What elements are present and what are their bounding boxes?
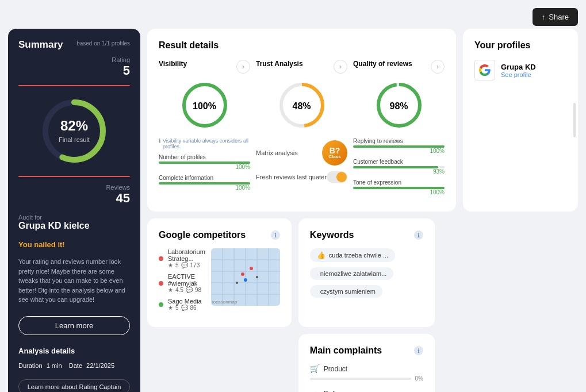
quality-percent: 98%	[389, 101, 408, 111]
competitors-card: Google competitors ℹ Laboratorium Strate…	[147, 218, 292, 327]
quality-donut: 98%	[373, 79, 425, 133]
share-button[interactable]: ↑ Share	[533, 8, 578, 26]
competitors-info-icon[interactable]: ℹ	[271, 230, 280, 240]
svg-point-19	[250, 267, 253, 270]
based-on-text: based on 1/1 profiles	[76, 40, 130, 47]
profiles-title: Your profiles	[474, 40, 566, 51]
complaint-pct: 0%	[415, 375, 423, 382]
bottom-row: Main complaints ℹ 🛒 Product 0% 🚗 Deliver…	[147, 218, 578, 392]
learn-more-button[interactable]: Learn more	[18, 316, 130, 335]
final-result-circle: 82% Final result	[18, 97, 130, 166]
star-icon: ★	[168, 305, 173, 311]
competitor-rating: 5	[175, 262, 179, 268]
keyword-tag[interactable]: 👍cuda trzeba chwile ...	[310, 248, 395, 262]
complete-info-pct: 100%	[159, 185, 250, 191]
competitor-name: EACTIVE #wiemyjak	[168, 273, 205, 287]
analysis-meta: Duration 1 min Date 22/1/2025	[18, 362, 130, 369]
keyword-text: niemożliwe załatwiam...	[320, 270, 387, 277]
b-class-sub: Class	[328, 155, 340, 159]
replying-label: Replying to reviews	[353, 138, 445, 144]
complaints-info-icon[interactable]: ℹ	[414, 346, 423, 355]
b-class-badge: B? Class	[322, 140, 347, 166]
competitor-item: Laboratorium Strateg... ★ 5 💬 173	[159, 248, 205, 268]
star-icon: ★	[168, 262, 173, 268]
trust-column: Trust Analysis › 48% Matrix analysis B?	[256, 60, 347, 200]
competitor-stats: ★ 5 💬 86	[168, 305, 202, 311]
keywords-info-icon[interactable]: ℹ	[414, 230, 423, 240]
keyword-text: cuda trzeba chwile ...	[329, 252, 388, 259]
competitor-reviews: 173	[190, 262, 200, 268]
nailed-title: You nailed it!	[18, 240, 130, 249]
keywords-card: Keywords ℹ 👍cuda trzeba chwile ...niemoż…	[298, 218, 435, 327]
feedback-label: Customer feedback	[353, 159, 445, 165]
visibility-donut: 100%	[179, 79, 231, 133]
feedback-pct: 93%	[353, 168, 445, 175]
comment-icon: 💬	[181, 262, 188, 268]
visibility-percent: 100%	[193, 101, 216, 111]
complaint-item: 🚗 Delivery 0%	[310, 389, 423, 392]
complaint-icon: 🛒	[310, 364, 320, 374]
see-profile-link[interactable]: See profile	[501, 71, 536, 78]
svg-point-20	[244, 278, 247, 282]
thumb-icon: 👍	[317, 251, 325, 259]
reviews-value: 45	[116, 191, 130, 206]
keywords-list: 👍cuda trzeba chwile ...niemożliwe załatw…	[310, 248, 423, 301]
red-divider-bottom	[18, 176, 130, 177]
competitors-list: Laboratorium Strateg... ★ 5 💬 173 EACTIV…	[159, 248, 205, 316]
visibility-info-icon: ℹ	[159, 138, 160, 144]
visibility-column: Visibility › 100% ℹ Visibility variable …	[159, 60, 250, 200]
competitor-item: EACTIVE #wiemyjak ★ 4.5 💬 98	[159, 273, 205, 293]
complaints-title: Main complaints	[310, 345, 382, 356]
svg-text:locationmap: locationmap	[212, 299, 238, 305]
complaint-bar	[310, 378, 412, 380]
tone-pct: 100%	[353, 189, 445, 195]
analysis-title: Analysis details	[18, 347, 130, 355]
final-percent: 82%	[59, 118, 90, 134]
keyword-tag[interactable]: niemożliwe załatwiam...	[310, 267, 394, 280]
share-icon: ↑	[542, 13, 546, 21]
reviews-label: Reviews	[106, 184, 130, 191]
visibility-note-text: Visibility variable always considers all…	[163, 138, 250, 149]
profiles-pct: 100%	[159, 164, 250, 170]
complaint-name: Delivery	[324, 390, 348, 392]
keyword-text: czystym sumieniem	[320, 288, 376, 295]
keywords-title: Keywords	[310, 230, 354, 240]
svg-point-18	[241, 272, 244, 276]
competitor-dot	[159, 256, 163, 261]
visibility-label: Visibility	[159, 60, 187, 74]
svg-point-22	[256, 276, 258, 278]
profiles-scrollbar[interactable]	[573, 103, 576, 137]
profile-name: Grupa KD	[501, 63, 536, 71]
complete-info-label: Complete information	[159, 175, 250, 181]
competitor-item: Sago Media ★ 5 💬 86	[159, 298, 205, 311]
red-divider-top	[18, 85, 130, 86]
quality-chevron[interactable]: ›	[431, 60, 445, 74]
visibility-chevron[interactable]: ›	[236, 60, 250, 74]
result-details-card: Result details Visibility › 100%	[147, 29, 456, 212]
quality-label: Quality of reviews	[353, 60, 412, 74]
matrix-row: Matrix analysis B? Class	[256, 140, 347, 166]
competitors-content: Laboratorium Strateg... ★ 5 💬 173 EACTIV…	[159, 248, 280, 316]
keyword-tag[interactable]: czystym sumieniem	[310, 285, 382, 298]
result-details-title: Result details	[159, 40, 445, 51]
date-value: 22/1/2025	[86, 362, 114, 369]
comment-icon: 💬	[186, 287, 193, 293]
competitor-name: Sago Media	[168, 298, 202, 305]
rating-label: Rating	[112, 56, 130, 63]
complaint-item: 🛒 Product 0%	[310, 364, 423, 382]
trust-donut: 48%	[276, 79, 328, 133]
competitor-stats: ★ 5 💬 173	[168, 262, 205, 268]
audit-for-label: Audit for	[18, 214, 130, 221]
learn-more-about-button[interactable]: Learn more about Rating Captain	[18, 379, 130, 393]
google-icon	[474, 60, 495, 80]
competitors-title: Google competitors	[159, 230, 246, 240]
competitor-rating: 5	[175, 305, 179, 311]
competitor-rating: 4.5	[175, 287, 183, 293]
nailed-desc: Your rating and reviews number look pret…	[18, 257, 130, 305]
trust-chevron[interactable]: ›	[334, 60, 347, 74]
trust-label: Trust Analysis	[256, 60, 303, 74]
fresh-reviews-row: Fresh reviews last quater	[256, 171, 347, 183]
summary-title: Summary	[18, 39, 63, 51]
replying-pct: 100%	[353, 148, 445, 154]
profiles-card: Your profiles Grupa KD See profile	[463, 29, 578, 212]
